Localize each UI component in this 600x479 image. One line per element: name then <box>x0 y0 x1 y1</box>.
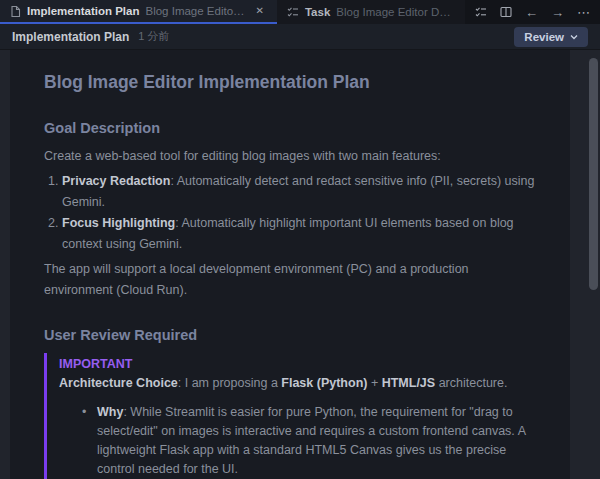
list-item: Why: While Streamlit is easier for pure … <box>82 403 540 479</box>
section-heading-goal: Goal Description <box>44 119 540 137</box>
plan-viewer-window: Implementation Plan Blog Image Editor De… <box>0 0 600 479</box>
tab-description: Blog Image Editor Development <box>145 5 246 17</box>
navigate-forward-icon[interactable]: → <box>551 6 564 19</box>
chevron-down-icon <box>570 34 578 40</box>
callout-bullet-list: Why: While Streamlit is easier for pure … <box>82 403 540 479</box>
list-item: Privacy Redaction: Automatically detect … <box>62 171 540 213</box>
last-edited-timestamp: 1 分前 <box>138 29 169 44</box>
tab-title: Implementation Plan <box>27 5 139 17</box>
tab-description: Blog Image Editor Development <box>336 6 455 18</box>
callout-label: IMPORTANT <box>59 355 540 374</box>
feature-list: Privacy Redaction: Automatically detect … <box>44 171 540 255</box>
close-tab-icon[interactable]: ✕ <box>253 4 267 18</box>
plan-header: Implementation Plan 1 分前 Review <box>0 24 600 50</box>
tab-implementation-plan[interactable]: Implementation Plan Blog Image Editor De… <box>0 0 277 24</box>
editor-area: Blog Image Editor Implementation Plan Go… <box>0 50 600 479</box>
list-item: Focus Highlighting: Automatically highli… <box>62 213 540 255</box>
editor-actions: ← → ⋯ <box>465 0 600 24</box>
checklist-icon <box>287 6 299 18</box>
important-callout: IMPORTANT Architecture Choice: I am prop… <box>44 353 540 479</box>
more-actions-icon[interactable]: ⋯ <box>577 6 590 19</box>
vertical-scrollbar[interactable] <box>589 58 598 290</box>
split-editor-icon[interactable] <box>500 6 512 18</box>
checklist-icon[interactable] <box>475 6 487 18</box>
tab-task[interactable]: Task Blog Image Editor Development <box>277 0 465 24</box>
section-heading-review: User Review Required <box>44 326 540 344</box>
tab-bar: Implementation Plan Blog Image Editor De… <box>0 0 600 24</box>
markdown-document: Blog Image Editor Implementation Plan Go… <box>10 50 570 479</box>
review-button[interactable]: Review <box>514 27 588 47</box>
navigate-back-icon[interactable]: ← <box>525 6 538 19</box>
plan-title: Implementation Plan <box>12 30 129 44</box>
goal-outro: The app will support a local development… <box>44 259 540 301</box>
architecture-choice-line: Architecture Choice: I am proposing a Fl… <box>59 374 540 393</box>
review-button-label: Review <box>524 31 564 43</box>
file-icon <box>10 5 21 18</box>
goal-intro: Create a web-based tool for editing blog… <box>44 146 540 167</box>
tab-title: Task <box>305 6 330 18</box>
document-title: Blog Image Editor Implementation Plan <box>44 70 540 94</box>
